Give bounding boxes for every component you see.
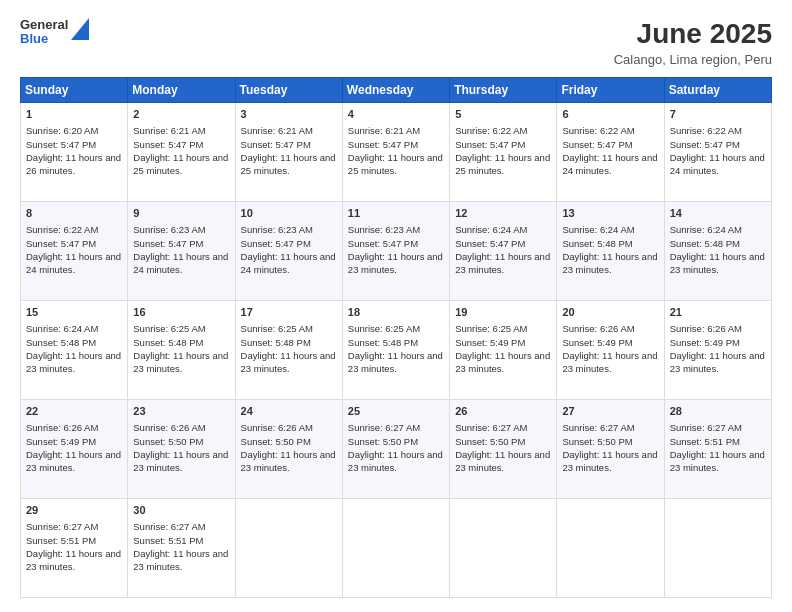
day-number: 26 bbox=[455, 404, 551, 419]
sunrise-text: Sunrise: 6:25 AM bbox=[133, 323, 205, 334]
calendar-table: SundayMondayTuesdayWednesdayThursdayFrid… bbox=[20, 77, 772, 598]
calendar-cell: 18Sunrise: 6:25 AMSunset: 5:48 PMDayligh… bbox=[342, 301, 449, 400]
daylight-text: Daylight: 11 hours and 25 minutes. bbox=[455, 152, 550, 176]
sunrise-text: Sunrise: 6:27 AM bbox=[348, 422, 420, 433]
sunrise-text: Sunrise: 6:22 AM bbox=[26, 224, 98, 235]
daylight-text: Daylight: 11 hours and 23 minutes. bbox=[26, 548, 121, 572]
sunrise-text: Sunrise: 6:22 AM bbox=[455, 125, 527, 136]
sunset-text: Sunset: 5:48 PM bbox=[133, 337, 203, 348]
daylight-text: Daylight: 11 hours and 23 minutes. bbox=[455, 251, 550, 275]
sunset-text: Sunset: 5:47 PM bbox=[455, 238, 525, 249]
sunrise-text: Sunrise: 6:21 AM bbox=[241, 125, 313, 136]
sunrise-text: Sunrise: 6:23 AM bbox=[348, 224, 420, 235]
sunset-text: Sunset: 5:47 PM bbox=[670, 139, 740, 150]
day-number: 5 bbox=[455, 107, 551, 122]
sunrise-text: Sunrise: 6:25 AM bbox=[241, 323, 313, 334]
day-number: 16 bbox=[133, 305, 229, 320]
calendar-header-saturday: Saturday bbox=[664, 78, 771, 103]
sunset-text: Sunset: 5:49 PM bbox=[562, 337, 632, 348]
daylight-text: Daylight: 11 hours and 23 minutes. bbox=[670, 350, 765, 374]
calendar-header-sunday: Sunday bbox=[21, 78, 128, 103]
day-number: 17 bbox=[241, 305, 337, 320]
sunset-text: Sunset: 5:51 PM bbox=[670, 436, 740, 447]
calendar-cell: 23Sunrise: 6:26 AMSunset: 5:50 PMDayligh… bbox=[128, 400, 235, 499]
daylight-text: Daylight: 11 hours and 23 minutes. bbox=[348, 449, 443, 473]
sunrise-text: Sunrise: 6:23 AM bbox=[133, 224, 205, 235]
daylight-text: Daylight: 11 hours and 23 minutes. bbox=[348, 350, 443, 374]
sunrise-text: Sunrise: 6:21 AM bbox=[348, 125, 420, 136]
day-number: 24 bbox=[241, 404, 337, 419]
sunrise-text: Sunrise: 6:21 AM bbox=[133, 125, 205, 136]
day-number: 12 bbox=[455, 206, 551, 221]
calendar-cell: 8Sunrise: 6:22 AMSunset: 5:47 PMDaylight… bbox=[21, 202, 128, 301]
logo-general: General bbox=[20, 18, 68, 32]
day-number: 4 bbox=[348, 107, 444, 122]
calendar-cell: 9Sunrise: 6:23 AMSunset: 5:47 PMDaylight… bbox=[128, 202, 235, 301]
day-number: 20 bbox=[562, 305, 658, 320]
sunset-text: Sunset: 5:49 PM bbox=[26, 436, 96, 447]
sunset-text: Sunset: 5:48 PM bbox=[670, 238, 740, 249]
calendar-cell bbox=[235, 499, 342, 598]
daylight-text: Daylight: 11 hours and 23 minutes. bbox=[133, 350, 228, 374]
calendar-cell: 16Sunrise: 6:25 AMSunset: 5:48 PMDayligh… bbox=[128, 301, 235, 400]
calendar-cell: 24Sunrise: 6:26 AMSunset: 5:50 PMDayligh… bbox=[235, 400, 342, 499]
sunset-text: Sunset: 5:47 PM bbox=[241, 139, 311, 150]
page-title: June 2025 bbox=[614, 18, 772, 50]
subtitle: Calango, Lima region, Peru bbox=[614, 52, 772, 67]
calendar-week-row: 29Sunrise: 6:27 AMSunset: 5:51 PMDayligh… bbox=[21, 499, 772, 598]
sunset-text: Sunset: 5:50 PM bbox=[455, 436, 525, 447]
sunset-text: Sunset: 5:47 PM bbox=[241, 238, 311, 249]
sunrise-text: Sunrise: 6:26 AM bbox=[133, 422, 205, 433]
daylight-text: Daylight: 11 hours and 24 minutes. bbox=[241, 251, 336, 275]
calendar-cell: 4Sunrise: 6:21 AMSunset: 5:47 PMDaylight… bbox=[342, 103, 449, 202]
calendar-cell: 13Sunrise: 6:24 AMSunset: 5:48 PMDayligh… bbox=[557, 202, 664, 301]
calendar-cell: 10Sunrise: 6:23 AMSunset: 5:47 PMDayligh… bbox=[235, 202, 342, 301]
sunrise-text: Sunrise: 6:24 AM bbox=[670, 224, 742, 235]
daylight-text: Daylight: 11 hours and 23 minutes. bbox=[26, 350, 121, 374]
sunset-text: Sunset: 5:51 PM bbox=[133, 535, 203, 546]
daylight-text: Daylight: 11 hours and 23 minutes. bbox=[241, 350, 336, 374]
day-number: 2 bbox=[133, 107, 229, 122]
sunrise-text: Sunrise: 6:24 AM bbox=[455, 224, 527, 235]
sunset-text: Sunset: 5:50 PM bbox=[348, 436, 418, 447]
day-number: 13 bbox=[562, 206, 658, 221]
sunrise-text: Sunrise: 6:27 AM bbox=[26, 521, 98, 532]
sunset-text: Sunset: 5:49 PM bbox=[455, 337, 525, 348]
calendar-cell: 19Sunrise: 6:25 AMSunset: 5:49 PMDayligh… bbox=[450, 301, 557, 400]
calendar-header-monday: Monday bbox=[128, 78, 235, 103]
calendar-cell bbox=[450, 499, 557, 598]
calendar-cell: 7Sunrise: 6:22 AMSunset: 5:47 PMDaylight… bbox=[664, 103, 771, 202]
daylight-text: Daylight: 11 hours and 23 minutes. bbox=[670, 449, 765, 473]
sunset-text: Sunset: 5:47 PM bbox=[348, 238, 418, 249]
daylight-text: Daylight: 11 hours and 25 minutes. bbox=[241, 152, 336, 176]
daylight-text: Daylight: 11 hours and 24 minutes. bbox=[562, 152, 657, 176]
sunrise-text: Sunrise: 6:26 AM bbox=[241, 422, 313, 433]
day-number: 3 bbox=[241, 107, 337, 122]
calendar-cell bbox=[557, 499, 664, 598]
day-number: 23 bbox=[133, 404, 229, 419]
day-number: 11 bbox=[348, 206, 444, 221]
calendar-cell: 15Sunrise: 6:24 AMSunset: 5:48 PMDayligh… bbox=[21, 301, 128, 400]
sunset-text: Sunset: 5:47 PM bbox=[133, 139, 203, 150]
sunset-text: Sunset: 5:47 PM bbox=[133, 238, 203, 249]
sunset-text: Sunset: 5:47 PM bbox=[348, 139, 418, 150]
calendar-header-thursday: Thursday bbox=[450, 78, 557, 103]
day-number: 9 bbox=[133, 206, 229, 221]
day-number: 21 bbox=[670, 305, 766, 320]
daylight-text: Daylight: 11 hours and 23 minutes. bbox=[455, 350, 550, 374]
calendar-cell bbox=[342, 499, 449, 598]
logo: General Blue bbox=[20, 18, 89, 47]
sunset-text: Sunset: 5:49 PM bbox=[670, 337, 740, 348]
daylight-text: Daylight: 11 hours and 23 minutes. bbox=[670, 251, 765, 275]
calendar-cell: 1Sunrise: 6:20 AMSunset: 5:47 PMDaylight… bbox=[21, 103, 128, 202]
sunrise-text: Sunrise: 6:27 AM bbox=[670, 422, 742, 433]
calendar-header-friday: Friday bbox=[557, 78, 664, 103]
calendar-header-tuesday: Tuesday bbox=[235, 78, 342, 103]
svg-marker-0 bbox=[71, 18, 89, 40]
calendar-cell bbox=[664, 499, 771, 598]
daylight-text: Daylight: 11 hours and 24 minutes. bbox=[26, 251, 121, 275]
sunset-text: Sunset: 5:50 PM bbox=[241, 436, 311, 447]
calendar-cell: 26Sunrise: 6:27 AMSunset: 5:50 PMDayligh… bbox=[450, 400, 557, 499]
daylight-text: Daylight: 11 hours and 23 minutes. bbox=[562, 251, 657, 275]
day-number: 29 bbox=[26, 503, 122, 518]
